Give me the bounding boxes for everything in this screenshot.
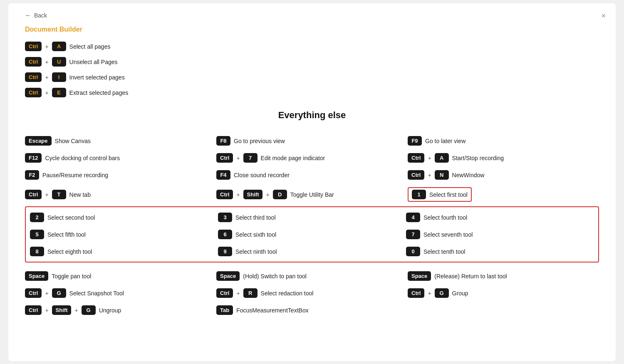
desc-pause-resume: Pause/Resume recording [42, 172, 108, 178]
key-shift-2: Shift [52, 305, 72, 315]
key-f9: F9 [408, 136, 422, 146]
main-window: × ← Back Document Builder Ctrl + A Selec… [8, 3, 616, 361]
desc-select-all: Select all pages [69, 43, 111, 50]
shortcut-pause-resume: F2 Pause/Resume recording [25, 166, 216, 183]
shortcut-select-all: Ctrl + A Select all pages [25, 42, 599, 51]
shortcut-toggle-pan: Space Toggle pan tool [25, 267, 216, 285]
key-d: D [273, 190, 287, 199]
plus-sign-4: + [45, 89, 48, 96]
plus-13: + [428, 290, 431, 297]
shortcut-fifth-tool: 5 Select fifth tool [30, 226, 218, 243]
desc-second-tool: Select second tool [47, 214, 95, 221]
key-ctrl-9: Ctrl [216, 190, 233, 199]
plus-sign: + [45, 43, 48, 50]
desc-ninth-tool: Select ninth tool [235, 248, 277, 255]
plus-14: + [45, 307, 48, 314]
key-ctrl-6: Ctrl [408, 153, 424, 163]
shortcut-show-canvas: Escape Show Canvas [25, 132, 216, 149]
desc-hold-pan: (Hold) Switch to pan tool [243, 273, 307, 280]
desc-sixth-tool: Select sixth tool [235, 231, 276, 238]
desc-seventh-tool: Select seventh tool [423, 231, 473, 238]
shortcut-edit-mode: Ctrl + 7 Edit mode page indicator [216, 149, 408, 166]
desc-redaction: Select redaction tool [261, 290, 314, 297]
plus-15: + [74, 307, 78, 314]
shortcut-close-sound: F4 Close sound recorder [216, 166, 408, 183]
desc-snapshot: Select Snapshot Tool [69, 290, 124, 297]
key-5: 5 [30, 230, 44, 239]
shortcut-prev-view: F8 Go to previous view [216, 132, 408, 149]
doc-builder-shortcuts: Ctrl + A Select all pages Ctrl + U Unsel… [25, 42, 599, 97]
shortcut-third-tool: 3 Select third tool [218, 209, 406, 226]
key-6: 6 [218, 230, 232, 239]
plus-5: + [236, 155, 240, 161]
back-button[interactable]: ← Back [25, 12, 599, 19]
shortcut-unselect-all: Ctrl + U Unselect all Pages [25, 57, 599, 67]
shortcut-select-first-tool: 1 Select first tool [408, 183, 599, 206]
shortcut-seventh-tool: 7 Select seventh tool [406, 226, 594, 243]
desc-tenth-tool: Select tenth tool [423, 248, 465, 255]
shortcut-second-tool: 2 Select second tool [30, 209, 218, 226]
desc-ungroup: Ungroup [99, 307, 121, 314]
key-shift: Shift [243, 190, 263, 199]
shortcut-ungroup: Ctrl + Shift + G Ungroup [25, 302, 216, 319]
shortcut-release-pan: Space (Release) Return to last tool [408, 267, 599, 285]
key-space-2: Space [216, 271, 240, 281]
plus-10: + [266, 191, 269, 198]
key-u: U [52, 57, 66, 67]
shortcut-sixth-tool: 6 Select sixth tool [218, 226, 406, 243]
desc-start-stop-rec: Start/Stop recording [452, 155, 504, 161]
shortcut-fourth-tool: 4 Select fourth tool [406, 209, 594, 226]
plus-11: + [45, 290, 48, 297]
key-ctrl-10: Ctrl [25, 288, 42, 298]
key-7b: 7 [406, 230, 420, 239]
key-a2: A [435, 153, 449, 163]
shortcut-extract: Ctrl + E Extract selected pages [25, 88, 599, 97]
key-0: 0 [406, 247, 420, 256]
key-g3: G [82, 305, 96, 315]
back-arrow-icon: ← [25, 12, 32, 19]
desc-later-view: Go to later view [425, 138, 466, 144]
key-space: Space [25, 271, 48, 281]
tool-selection-area: 2 Select second tool 3 Select third tool… [25, 206, 599, 262]
plus-sign-2: + [45, 59, 48, 65]
key-t: T [52, 190, 66, 199]
shortcuts-grid2: Space Toggle pan tool Space (Hold) Switc… [25, 267, 599, 319]
desc-cycle-docking: Cycle docking of control bars [45, 155, 120, 161]
key-9: 9 [218, 247, 232, 256]
tool-selection-grid: 2 Select second tool 3 Select third tool… [30, 209, 594, 260]
col-empty [408, 302, 599, 319]
key-8: 8 [30, 247, 44, 256]
shortcut-new-tab: Ctrl + T New tab [25, 183, 216, 206]
key-ctrl-7: Ctrl [408, 170, 424, 180]
everything-else-heading: Everything else [25, 110, 599, 121]
key-ctrl-2: Ctrl [25, 57, 42, 67]
plus-9: + [236, 191, 240, 198]
key-ctrl-8: Ctrl [25, 190, 42, 199]
shortcut-new-window: Ctrl + N NewWindow [408, 166, 599, 183]
shortcut-focus-measurement: Tab FocusMeasurementTextBox [216, 302, 408, 319]
key-r: R [243, 288, 258, 298]
plus-sign-3: + [45, 74, 48, 81]
plus-8: + [45, 191, 48, 198]
desc-show-canvas: Show Canvas [55, 138, 91, 144]
shortcut-toggle-utility: Ctrl + Shift + D Toggle Utility Bar [216, 183, 408, 206]
key-g: G [52, 288, 66, 298]
shortcut-invert: Ctrl + I Invert selected pages [25, 72, 599, 82]
desc-toggle-pan: Toggle pan tool [52, 273, 91, 280]
plus-12: + [236, 290, 240, 297]
desc-third-tool: Select third tool [235, 214, 276, 221]
key-f4: F4 [216, 170, 230, 180]
desc-toggle-utility: Toggle Utility Bar [290, 191, 334, 198]
key-7: 7 [243, 153, 258, 163]
shortcut-snapshot: Ctrl + G Select Snapshot Tool [25, 285, 216, 302]
desc-new-window: NewWindow [452, 172, 485, 178]
key-ctrl-4: Ctrl [25, 88, 42, 97]
shortcut-start-stop-rec: Ctrl + A Start/Stop recording [408, 149, 599, 166]
shortcut-tenth-tool: 0 Select tenth tool [406, 243, 594, 260]
key-a: A [52, 42, 66, 51]
desc-extract: Extract selected pages [69, 89, 129, 96]
close-button[interactable]: × [601, 12, 606, 20]
desc-prev-view: Go to previous view [234, 138, 285, 144]
shortcut-group: Ctrl + G Group [408, 285, 599, 302]
shortcut-hold-pan: Space (Hold) Switch to pan tool [216, 267, 408, 285]
